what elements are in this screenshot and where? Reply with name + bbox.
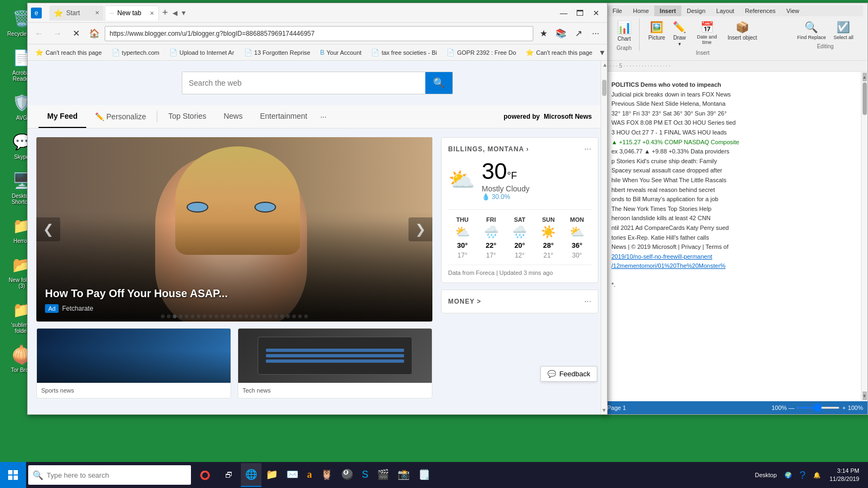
bookmark-4[interactable]: 📄 13 Forgotten Reprise: [240, 48, 315, 57]
sports-card-text: Sports news: [41, 387, 226, 394]
task-view-button[interactable]: 🗗: [217, 463, 241, 487]
bookmark-6[interactable]: 📄 tax free societies - Bi: [367, 48, 441, 57]
bookmarks-more-button[interactable]: ▾: [598, 47, 607, 57]
find-button[interactable]: 🔍 Find Replace: [794, 18, 829, 42]
taskbar-vlc[interactable]: 🎬: [373, 463, 393, 487]
taskbar-explorer[interactable]: 📁: [261, 463, 282, 487]
small-card-sports[interactable]: Sports news: [36, 328, 231, 399]
feed-tab-news[interactable]: News: [215, 105, 251, 128]
weather-location[interactable]: BILLINGS, MONTANA ›: [448, 145, 529, 153]
money-more-button[interactable]: ···: [584, 297, 591, 306]
start-button[interactable]: [0, 462, 26, 488]
taskbar-edge[interactable]: 🌐: [241, 463, 261, 487]
line-20[interactable]: /12mementomori/01%20The%20Monster%: [611, 261, 859, 271]
insert-object-button[interactable]: 📦 Insert object: [724, 18, 760, 49]
browser-scrollbar[interactable]: ▲ ▼: [601, 61, 607, 414]
hub-button[interactable]: 📚: [553, 25, 569, 42]
money-title[interactable]: MONEY >: [448, 298, 481, 305]
taskbar-skype[interactable]: S: [358, 463, 373, 487]
chart-button[interactable]: 📊 Chart: [614, 18, 635, 44]
taskbar-tripadvisor[interactable]: 🦉: [316, 463, 337, 487]
refresh-button[interactable]: ✕: [68, 25, 84, 42]
start-tab[interactable]: ⭐ Start ✕: [49, 5, 104, 21]
app6-icon: 🎱: [341, 468, 353, 480]
taskbar-photos[interactable]: 📸: [393, 463, 414, 487]
scroll-down-arrow[interactable]: ▼: [601, 406, 607, 414]
address-bar[interactable]: https://www.blogger.com/u/1/blogger.g?bl…: [105, 26, 533, 41]
back-button[interactable]: ←: [31, 25, 47, 42]
ribbon-tab-insert[interactable]: Insert: [654, 5, 681, 16]
taskbar-notification[interactable]: 🔔: [810, 472, 824, 479]
tab-arrow-right[interactable]: ▼: [180, 8, 188, 18]
close-button[interactable]: ✕: [589, 5, 604, 21]
home-button[interactable]: 🏠: [86, 25, 103, 42]
taskbar-app10[interactable]: 🗒️: [414, 463, 435, 487]
ribbon-tab-view[interactable]: View: [781, 5, 805, 16]
new-tab[interactable]: ··· New tab ✕: [105, 5, 159, 21]
search-button[interactable]: 🔍: [425, 72, 452, 94]
ribbon-tab-references[interactable]: References: [739, 5, 781, 16]
picture-button[interactable]: 🖼️ Picture: [645, 18, 668, 49]
favorites-button[interactable]: ★: [535, 25, 552, 42]
bookmark-2[interactable]: 📄 typertech.com: [107, 48, 164, 57]
new-tab-button[interactable]: +: [160, 7, 170, 18]
minimize-button[interactable]: —: [556, 5, 571, 21]
maximize-button[interactable]: 🗖: [572, 5, 588, 21]
word-scroll-down[interactable]: ▼: [863, 391, 867, 400]
scroll-up-arrow[interactable]: ▲: [601, 61, 607, 69]
forward-button[interactable]: →: [49, 25, 66, 42]
bookmark-7[interactable]: 📄 GOPR 2392 : Free Do: [442, 48, 520, 57]
taskbar-mail[interactable]: ✉️: [282, 463, 303, 487]
start-tab-close[interactable]: ✕: [95, 10, 99, 16]
ribbon-tab-layout[interactable]: Layout: [711, 5, 739, 16]
feedback-button[interactable]: 💬 Feedback: [540, 366, 597, 382]
taskbar-amazon[interactable]: a: [303, 463, 316, 487]
mail-icon: ✉️: [286, 468, 298, 480]
zoom-plus[interactable]: +: [842, 404, 845, 411]
scroll-thumb[interactable]: [602, 80, 607, 96]
feed-tab-myfeed[interactable]: My Feed: [39, 105, 86, 128]
word-scrollbar[interactable]: ▲ ▼: [861, 72, 867, 401]
line-12: hbert reveals real reason behind secret: [611, 185, 859, 195]
word-scroll-up[interactable]: ▲: [863, 73, 867, 81]
taskbar-app6[interactable]: 🎱: [337, 463, 358, 487]
search-input[interactable]: [182, 72, 425, 94]
ribbon-tab-design[interactable]: Design: [681, 5, 711, 16]
feed-tab-topstories[interactable]: Top Stories: [159, 105, 215, 128]
word-content[interactable]: POLITICS Dems who voted to impeach Judic…: [603, 72, 867, 401]
feed-personalize[interactable]: ✏️ Personalize: [86, 106, 155, 127]
bookmark-5[interactable]: B Your Account: [316, 48, 366, 57]
share-button[interactable]: ↗: [570, 25, 586, 42]
bm6-icon: 📄: [371, 49, 379, 56]
feed-tab-more[interactable]: ···: [316, 106, 331, 127]
address-text: https://www.blogger.com/u/1/blogger.g?bl…: [110, 30, 315, 37]
select-all-button[interactable]: ☑️ Select all: [830, 18, 857, 42]
tab-arrow-left[interactable]: ◀: [171, 8, 178, 18]
taskbar-show-desktop[interactable]: Desktop: [751, 472, 780, 478]
word-scroll-thumb[interactable]: [863, 82, 867, 115]
feed-tab-entertainment[interactable]: Entertainment: [251, 105, 316, 128]
date-time-button[interactable]: 📅 Date and time: [691, 18, 723, 49]
bookmark-1[interactable]: ⭐ Can't reach this page: [31, 48, 106, 57]
weather-more-button[interactable]: ···: [584, 144, 591, 154]
new-tab-close[interactable]: ✕: [150, 10, 154, 16]
word-ribbon: File Home Insert Design Layout Reference…: [603, 3, 867, 61]
zoom-slider[interactable]: [796, 407, 840, 409]
taskbar-clock[interactable]: 3:14 PM 11/28/2019: [825, 467, 864, 484]
ribbon-tab-file[interactable]: File: [607, 5, 628, 16]
bookmark-8[interactable]: ⭐ Can't reach this page: [521, 48, 597, 57]
word-group-insert: 🖼️ Picture ✏️ Draw ▼ 📅 Date and time: [641, 18, 765, 56]
svg-rect-2: [8, 476, 12, 480]
bookmark-3[interactable]: 📄 Upload to Internet Ar: [165, 48, 239, 57]
taskbar-help[interactable]: ?: [796, 469, 809, 481]
line-19[interactable]: 2019/10/no-self-no-freewill-permanent: [611, 252, 859, 262]
small-card-tech[interactable]: Tech news: [238, 328, 432, 399]
taskbar-language[interactable]: 🌍: [781, 472, 795, 479]
ribbon-tab-home[interactable]: Home: [628, 5, 654, 16]
draw-button[interactable]: ✏️ Draw ▼: [669, 18, 690, 49]
feedback-label: Feedback: [559, 370, 590, 378]
more-button[interactable]: ···: [588, 25, 604, 42]
cortana-button[interactable]: ⭕: [193, 463, 217, 487]
line-2: Judicial pick breaks down in tears FOX N…: [611, 90, 859, 100]
taskbar-search-input[interactable]: [47, 471, 187, 479]
